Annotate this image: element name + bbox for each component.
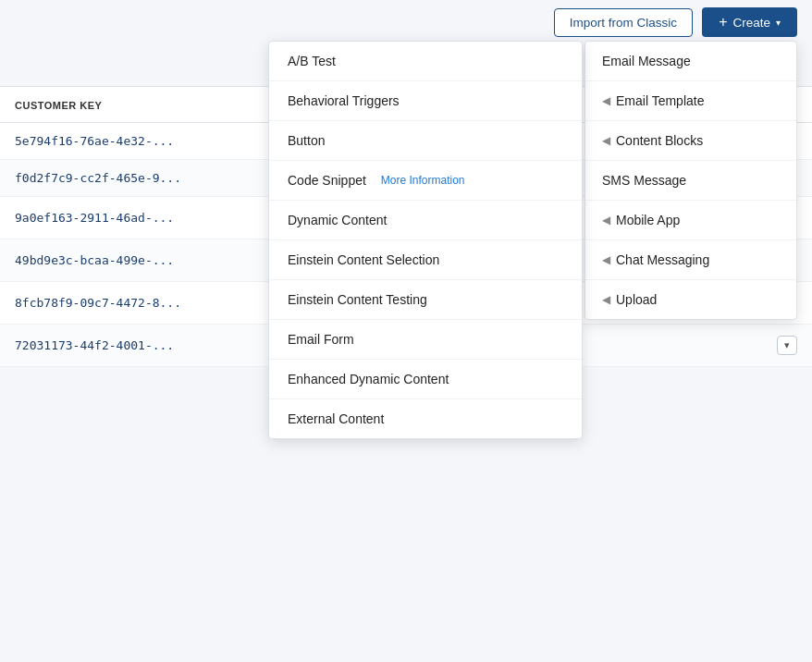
- menu-item-ab-test[interactable]: A/B Test: [269, 42, 582, 81]
- menu-item-external-content-label: External Content: [288, 411, 384, 426]
- menu-item-sms-message[interactable]: SMS Message: [585, 161, 796, 201]
- chevron-down-icon: ▾: [776, 18, 781, 28]
- menu-item-mobile-app-label: Mobile App: [616, 213, 780, 227]
- menu-item-email-form-label: Email Form: [288, 332, 354, 347]
- menu-item-code-snippet[interactable]: Code Snippet More Information: [269, 161, 582, 201]
- menu-item-einstein-content-selection[interactable]: Einstein Content Selection: [269, 240, 582, 280]
- arrow-left-icon: ◀: [602, 214, 610, 227]
- column-customer-key: CUSTOMER KEY: [15, 100, 102, 111]
- cell-key: 72031173-44f2-4001-...: [15, 338, 174, 352]
- right-dropdown-menu: Email Message ◀ Email Template ◀ Content…: [584, 41, 797, 320]
- menu-item-mobile-app[interactable]: ◀ Mobile App: [585, 201, 796, 240]
- create-label: Create: [732, 16, 770, 30]
- dropdowns-wrapper: A/B Test Behavioral Triggers Button Code…: [268, 41, 797, 439]
- top-bar: Import from Classic + Create ▾: [0, 0, 812, 44]
- menu-item-button[interactable]: Button: [269, 121, 582, 161]
- cell-key: 8fcb78f9-09c7-4472-8...: [15, 296, 181, 310]
- menu-item-sms-message-label: SMS Message: [602, 173, 780, 188]
- menu-item-external-content[interactable]: External Content: [269, 399, 582, 438]
- menu-item-behavioral-triggers-label: Behavioral Triggers: [288, 93, 400, 108]
- arrow-left-icon: ◀: [602, 94, 610, 107]
- menu-item-behavioral-triggers[interactable]: Behavioral Triggers: [269, 81, 582, 121]
- menu-item-button-label: Button: [288, 133, 325, 148]
- menu-item-email-message-label: Email Message: [602, 54, 780, 68]
- menu-item-email-message[interactable]: Email Message: [585, 42, 796, 81]
- menu-item-einstein-content-selection-label: Einstein Content Selection: [288, 252, 439, 267]
- create-button[interactable]: + Create ▾: [702, 7, 797, 37]
- import-classic-button[interactable]: Import from Classic: [554, 8, 693, 37]
- cell-key: 9a0ef163-2911-46ad-...: [15, 211, 174, 225]
- menu-item-dynamic-content[interactable]: Dynamic Content: [269, 201, 582, 240]
- menu-item-chat-messaging-label: Chat Messaging: [616, 252, 780, 267]
- menu-item-content-blocks[interactable]: ◀ Content Blocks: [585, 121, 796, 161]
- cell-key: f0d2f7c9-cc2f-465e-9...: [15, 171, 181, 185]
- more-information-link[interactable]: More Information: [381, 174, 465, 187]
- menu-item-enhanced-dynamic-content[interactable]: Enhanced Dynamic Content: [269, 360, 582, 399]
- menu-item-chat-messaging[interactable]: ◀ Chat Messaging: [585, 240, 796, 280]
- menu-item-code-snippet-label: Code Snippet: [288, 173, 366, 188]
- menu-item-enhanced-dynamic-content-label: Enhanced Dynamic Content: [288, 372, 449, 386]
- arrow-left-icon: ◀: [602, 293, 610, 306]
- menu-item-dynamic-content-label: Dynamic Content: [288, 213, 387, 227]
- menu-item-email-template-label: Email Template: [616, 93, 780, 108]
- menu-item-content-blocks-label: Content Blocks: [616, 133, 780, 148]
- menu-item-einstein-content-testing[interactable]: Einstein Content Testing: [269, 280, 582, 320]
- menu-item-email-form[interactable]: Email Form: [269, 320, 582, 360]
- menu-item-email-template[interactable]: ◀ Email Template: [585, 81, 796, 121]
- arrow-left-icon: ◀: [602, 253, 610, 266]
- menu-item-einstein-content-testing-label: Einstein Content Testing: [288, 292, 427, 307]
- menu-item-upload-label: Upload: [616, 292, 780, 307]
- cell-key: 5e794f16-76ae-4e32-...: [15, 134, 174, 148]
- cell-key: 49bd9e3c-bcaa-499e-...: [15, 253, 174, 267]
- menu-item-ab-test-label: A/B Test: [288, 54, 336, 68]
- menu-item-upload[interactable]: ◀ Upload: [585, 280, 796, 319]
- left-dropdown-menu: A/B Test Behavioral Triggers Button Code…: [268, 41, 583, 439]
- plus-icon: +: [719, 14, 727, 31]
- arrow-left-icon: ◀: [602, 134, 610, 147]
